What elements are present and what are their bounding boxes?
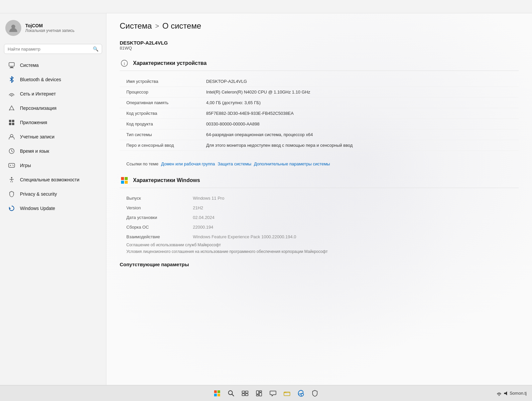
win-info-row: Version21H2 xyxy=(120,203,519,213)
widgets-button[interactable] xyxy=(253,387,265,399)
sidebar-item-accessibility[interactable]: Специальные возможности xyxy=(3,173,103,187)
companion-section: Сопутствующие параметры xyxy=(120,262,519,267)
user-name: TojCOM xyxy=(25,23,74,28)
info-value: 85F7E882-3D30-44E9-933E-FB452C5038EA xyxy=(206,111,519,116)
accessibility-icon xyxy=(8,176,15,183)
info-label: Код продукта xyxy=(126,121,206,126)
link-protection[interactable]: Защита системы xyxy=(217,161,251,166)
windows-section-title: Характеристики Windows xyxy=(133,177,200,183)
search-input[interactable] xyxy=(8,47,90,52)
device-info-table: Имя устройстваDESKTOP-A2L4VLGПроцессорIn… xyxy=(120,76,519,151)
svg-rect-7 xyxy=(9,123,11,125)
info-row: Оперативная память4,00 ГБ (доступно: 3,6… xyxy=(120,98,519,108)
sidebar-item-sistema[interactable]: Система xyxy=(3,58,103,72)
device-section: i Характеристики устройства Имя устройст… xyxy=(120,59,519,151)
info-row: ПроцессорIntel(R) Celeron(R) N4020 CPU @… xyxy=(120,87,519,98)
sidebar-item-label-sistema: Система xyxy=(20,63,39,68)
somon-brand: Somon.tj xyxy=(510,391,527,396)
svg-rect-21 xyxy=(245,394,248,396)
svg-text:i: i xyxy=(124,61,125,66)
info-row: Тип системы64-разрядная операционная сис… xyxy=(120,129,519,140)
win-info-row: ВзаимодействиеWindows Feature Experience… xyxy=(120,232,519,242)
info-row: Код продукта00330-80000-00000-AA898 xyxy=(120,119,519,129)
win-value: Windows Feature Experience Pack 1000.220… xyxy=(193,234,296,239)
apps-icon xyxy=(8,119,15,126)
edge-button[interactable] xyxy=(295,387,307,399)
win-link[interactable]: Условия лицензионного соглашения на испо… xyxy=(120,248,519,255)
win-info-row: Сборка ОС22000.194 xyxy=(120,222,519,232)
info-label: Оперативная память xyxy=(126,100,206,105)
svg-rect-6 xyxy=(12,120,14,122)
link-advanced[interactable]: Дополнительные параметры системы xyxy=(254,161,330,166)
svg-rect-23 xyxy=(259,393,262,396)
info-row: Код устройства85F7E882-3D30-44E9-933E-FB… xyxy=(120,108,519,119)
windows-info-table: ВыпускWindows 11 ProVersion21H2Дата уста… xyxy=(120,193,519,242)
svg-rect-22 xyxy=(256,391,259,394)
info-value: 64-разрядная операционная система, проце… xyxy=(206,132,519,137)
sidebar-item-update[interactable]: Windows Update xyxy=(3,201,103,215)
win-label: Взаимодействие xyxy=(126,234,193,239)
info-label: Имя устройства xyxy=(126,79,206,84)
win-link[interactable]: Соглашение об использовании служб Майкро… xyxy=(120,242,519,248)
svg-point-13 xyxy=(13,165,14,166)
sidebar-item-label-apps: Приложения xyxy=(20,120,47,125)
sidebar-item-time[interactable]: Время и язык xyxy=(3,144,103,158)
sidebar: TojCOM Локальная учетная запись 🔍 Систем… xyxy=(0,13,106,385)
svg-rect-5 xyxy=(9,120,11,122)
sidebar-item-label-network: Сеть и Интернет xyxy=(20,91,56,97)
svg-rect-18 xyxy=(242,391,245,393)
win-info-row: Дата установки02.04.2024 xyxy=(120,213,519,222)
sidebar-item-games[interactable]: Игры xyxy=(3,158,103,172)
companion-title: Сопутствующие параметры xyxy=(120,262,519,267)
update-icon xyxy=(8,205,15,212)
breadcrumb: Система > О системе xyxy=(120,21,519,31)
explorer-button[interactable] xyxy=(281,387,293,399)
info-row: Имя устройстваDESKTOP-A2L4VLG xyxy=(120,76,519,87)
breadcrumb-current: О системе xyxy=(162,21,201,31)
chat-button[interactable] xyxy=(267,387,279,399)
sidebar-item-label-personalization: Персонализация xyxy=(20,105,57,111)
info-value: 4,00 ГБ (доступно: 3,65 ГБ) xyxy=(206,100,519,105)
search-icon: 🔍 xyxy=(93,46,98,52)
user-section: TojCOM Локальная учетная запись xyxy=(0,13,106,41)
network-tray-icon xyxy=(496,391,502,396)
svg-rect-2 xyxy=(10,67,13,68)
sidebar-item-bluetooth[interactable]: Bluetooth & devices xyxy=(3,73,103,87)
links-section: Ссылки по теме Домен или рабочая группа … xyxy=(120,157,519,173)
info-value: 00330-80000-00000-AA898 xyxy=(206,121,519,126)
svg-rect-11 xyxy=(9,163,15,167)
sidebar-item-personalization[interactable]: Персонализация xyxy=(3,101,103,115)
search-taskbar-button[interactable] xyxy=(225,387,237,399)
start-button[interactable] xyxy=(211,387,223,399)
sidebar-item-label-accessibility: Специальные возможности xyxy=(20,177,79,182)
svg-rect-24 xyxy=(259,391,262,392)
win-label: Сборка ОС xyxy=(126,225,193,230)
volume-tray-icon xyxy=(503,391,508,396)
win-value: 22000.194 xyxy=(193,225,213,230)
search-box[interactable]: 🔍 xyxy=(4,44,102,54)
main-layout: TojCOM Локальная учетная запись 🔍 Систем… xyxy=(0,13,532,385)
device-header: DESKTOP-A2L4VLG 81WQ xyxy=(120,40,519,51)
sidebar-item-privacy[interactable]: Privacy & security xyxy=(3,187,103,201)
info-row: Перо и сенсорный вводДля этого монитора … xyxy=(120,140,519,151)
win-value: 21H2 xyxy=(193,205,203,210)
link-domain[interactable]: Домен или рабочая группа xyxy=(161,161,215,166)
taskview-button[interactable] xyxy=(239,387,251,399)
svg-point-12 xyxy=(12,165,13,165)
user-info: TojCOM Локальная учетная запись xyxy=(25,23,74,33)
svg-rect-25 xyxy=(256,395,259,396)
info-label: Перо и сенсорный ввод xyxy=(126,143,206,148)
sidebar-item-accounts[interactable]: Учетные записи xyxy=(3,130,103,144)
info-label: Тип системы xyxy=(126,132,206,137)
security-button[interactable] xyxy=(309,387,321,399)
sidebar-item-apps[interactable]: Приложения xyxy=(3,115,103,129)
sidebar-item-network[interactable]: Сеть и Интернет xyxy=(3,87,103,101)
sidebar-item-label-update: Windows Update xyxy=(20,206,55,211)
svg-point-4 xyxy=(11,96,12,97)
sidebar-item-label-bluetooth: Bluetooth & devices xyxy=(20,77,61,82)
breadcrumb-parent[interactable]: Система xyxy=(120,21,152,31)
taskbar-right: Somon.tj xyxy=(496,391,527,396)
windows-section-header: Характеристики Windows xyxy=(120,176,519,188)
device-name: DESKTOP-A2L4VLG xyxy=(120,40,519,46)
titlebar xyxy=(0,0,532,13)
